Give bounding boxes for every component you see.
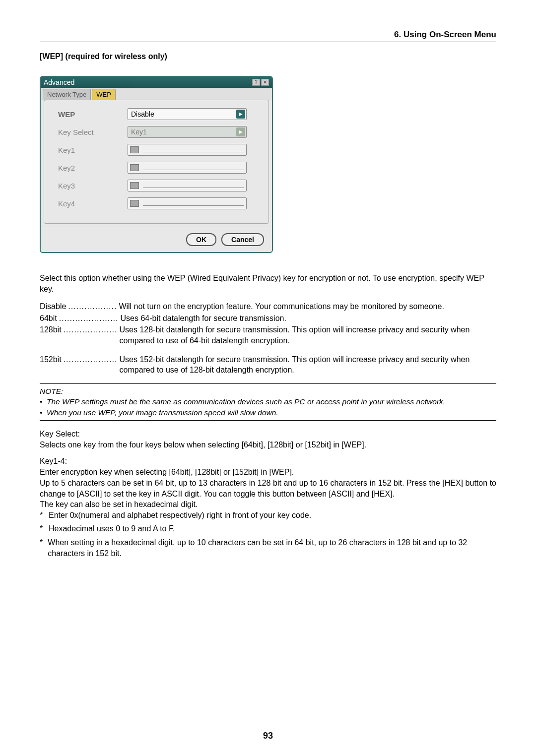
dialog-body: WEP Disable ▶ Key Select Key1 ▶ Key1 Key… [44, 100, 269, 224]
key3-input[interactable] [128, 180, 247, 191]
key14-p2: Up to 5 characters can be set in 64 bit,… [40, 478, 496, 499]
note-heading: NOTE: [40, 386, 496, 397]
def-term: Disable [40, 301, 66, 312]
keyselect-heading: Key Select: [40, 430, 496, 439]
tab-wep[interactable]: WEP [92, 89, 116, 100]
star-item: Hexadecimal uses 0 to 9 and A to F. [49, 523, 175, 534]
input-line [143, 201, 244, 206]
star-list: *Enter 0x(numeral and alphabet respectiv… [40, 510, 496, 559]
keyselect-text: Selects one key from the four keys below… [40, 440, 496, 450]
intro-paragraph: Select this option whether using the WEP… [40, 273, 496, 294]
leader-dots: .................... [62, 324, 120, 346]
key4-label: Key4 [58, 199, 128, 208]
section-title: [WEP] (required for wireless only) [40, 52, 496, 61]
def-desc: Uses 152-bit datalength for secure trans… [120, 354, 497, 376]
note-block: NOTE: •The WEP settings must be the same… [40, 383, 496, 421]
def-desc: Will not turn on the encryption feature.… [119, 301, 496, 312]
keyselect-dropdown[interactable]: Key1 ▶ [128, 126, 247, 138]
def-desc: Uses 128-bit datalength for secure trans… [120, 324, 497, 346]
input-line [143, 147, 244, 152]
dialog-title: Advanced [44, 78, 74, 86]
page-number: 93 [0, 731, 536, 741]
key3-label: Key3 [58, 182, 128, 190]
keyselect-value: Key1 [131, 128, 147, 136]
dialog-tabs: Network Type WEP [41, 88, 272, 100]
ok-button[interactable]: OK [186, 233, 216, 246]
cancel-button[interactable]: Cancel [221, 233, 264, 246]
wep-label: WEP [58, 110, 128, 119]
chapter-title: 6. Using On-Screen Menu [394, 30, 496, 39]
def-term: 64bit [40, 313, 57, 324]
def-term: 128bit [40, 324, 62, 346]
key14-p3: The key can also be set in hexadecimal d… [40, 499, 496, 510]
key1-input[interactable] [128, 144, 247, 156]
definition-list: Disable .................. Will not turn… [40, 301, 496, 376]
keyboard-icon [130, 146, 139, 153]
key14-heading: Key1-4: [40, 457, 496, 466]
chevron-right-icon: ▶ [236, 127, 245, 136]
chapter-header: 6. Using On-Screen Menu [40, 30, 496, 42]
keyselect-label: Key Select [58, 128, 128, 136]
key2-label: Key2 [58, 164, 128, 172]
dialog-titlebar: Advanced ? ✕ [41, 77, 272, 88]
leader-dots: ...................... [57, 313, 121, 324]
def-desc: Uses 64-bit datalength for secure transm… [121, 313, 497, 324]
advanced-dialog: Advanced ? ✕ Network Type WEP WEP Disabl… [40, 76, 273, 253]
leader-dots: .................. [66, 301, 119, 312]
keyboard-icon [130, 164, 139, 171]
note-line: When you use WEP, your image transmissio… [47, 407, 278, 418]
wep-value: Disable [131, 110, 154, 118]
wep-dropdown[interactable]: Disable ▶ [128, 108, 247, 120]
close-icon[interactable]: ✕ [261, 79, 269, 86]
keyboard-icon [130, 200, 139, 207]
input-line [143, 165, 244, 170]
dialog-footer: OK Cancel [41, 227, 272, 252]
note-line: The WEP settings must be the same as com… [47, 396, 445, 407]
input-line [143, 183, 244, 188]
key1-label: Key1 [58, 146, 128, 154]
leader-dots: .................... [62, 354, 120, 376]
def-term: 152bit [40, 354, 62, 376]
key2-input[interactable] [128, 162, 247, 174]
key4-input[interactable] [128, 197, 247, 209]
help-icon[interactable]: ? [252, 79, 260, 86]
tab-network-type[interactable]: Network Type [43, 89, 91, 100]
star-item: Enter 0x(numeral and alphabet respective… [49, 510, 311, 521]
keyboard-icon [130, 182, 139, 189]
star-item: When setting in a hexadecimal digit, up … [48, 537, 496, 559]
chevron-right-icon: ▶ [236, 110, 245, 119]
key14-p1: Enter encryption key when selecting [64b… [40, 467, 496, 478]
